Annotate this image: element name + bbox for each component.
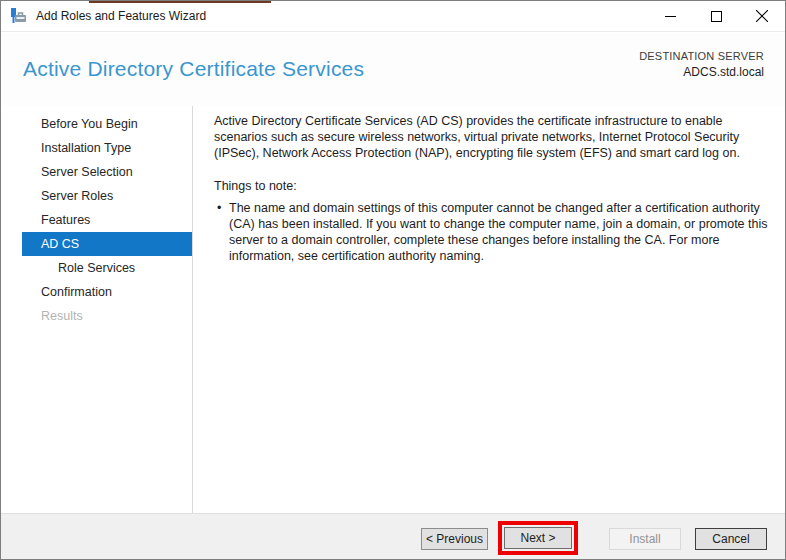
maximize-button[interactable] — [693, 1, 739, 31]
wizard-window: Add Roles and Features Wizard Active Dir… — [0, 0, 786, 560]
previous-button[interactable]: < Previous — [421, 528, 488, 550]
sidebar-item-confirmation[interactable]: Confirmation — [22, 280, 192, 304]
wizard-footer: < Previous Next > Install Cancel — [1, 513, 785, 559]
top-edge-artifact — [89, 1, 271, 3]
destination-server-block: DESTINATION SERVER ADCS.std.local — [639, 50, 764, 79]
destination-server-name: ADCS.std.local — [639, 65, 764, 79]
wizard-steps-nav: Before You Begin Installation Type Serve… — [1, 106, 193, 515]
wizard-icon — [11, 8, 27, 24]
titlebar: Add Roles and Features Wizard — [1, 1, 785, 32]
sidebar-item-results: Results — [22, 304, 192, 328]
sidebar-item-ad-cs[interactable]: AD CS — [22, 232, 192, 256]
wizard-header: Active Directory Certificate Services DE… — [1, 33, 785, 106]
destination-server-label: DESTINATION SERVER — [639, 50, 764, 62]
cancel-button[interactable]: Cancel — [695, 528, 767, 550]
minimize-button[interactable] — [647, 1, 693, 31]
intro-text: Active Directory Certificate Services (A… — [214, 113, 770, 161]
page-content: Active Directory Certificate Services (A… — [214, 113, 770, 264]
note-bullet-text: The name and domain settings of this com… — [229, 200, 770, 264]
sidebar-item-installation-type[interactable]: Installation Type — [22, 136, 192, 160]
window-controls — [647, 1, 785, 31]
window-title: Add Roles and Features Wizard — [36, 9, 206, 23]
maximize-icon — [711, 11, 722, 22]
sidebar-item-features[interactable]: Features — [22, 208, 192, 232]
sidebar-item-server-selection[interactable]: Server Selection — [22, 160, 192, 184]
sidebar-item-before-you-begin[interactable]: Before You Begin — [22, 112, 192, 136]
close-icon — [756, 10, 768, 22]
annotation-highlight-next: Next > — [498, 521, 578, 555]
next-button[interactable]: Next > — [504, 527, 572, 549]
sidebar-item-role-services[interactable]: Role Services — [22, 256, 192, 280]
install-button: Install — [609, 528, 681, 550]
bullet-icon: • — [217, 200, 229, 264]
sidebar-item-server-roles[interactable]: Server Roles — [22, 184, 192, 208]
minimize-icon — [665, 11, 676, 22]
note-heading: Things to note: — [214, 178, 770, 194]
note-bullet-item: • The name and domain settings of this c… — [214, 200, 770, 264]
page-title: Active Directory Certificate Services — [23, 57, 364, 81]
close-button[interactable] — [739, 1, 785, 31]
